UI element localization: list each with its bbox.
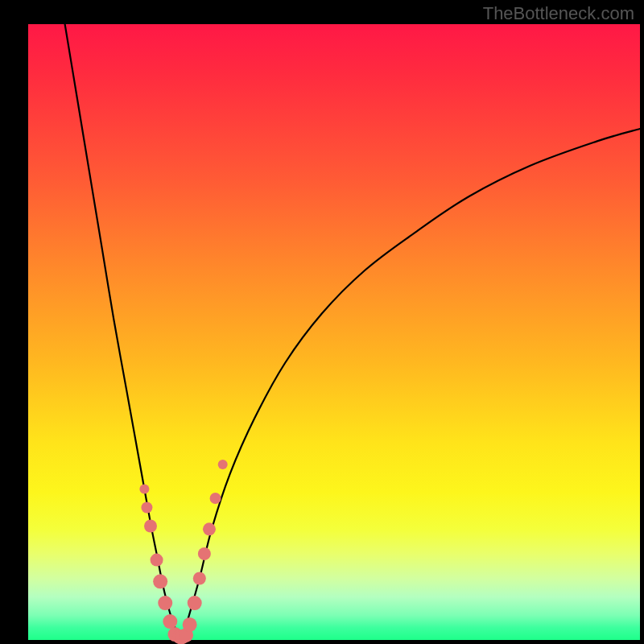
- curve-overlay: [28, 24, 640, 640]
- chart-container: TheBottleneck.com: [0, 0, 644, 644]
- dots-group: [139, 460, 227, 644]
- data-dot: [163, 614, 177, 629]
- data-dot: [144, 519, 157, 532]
- data-dot: [188, 596, 202, 610]
- data-dot: [158, 596, 172, 610]
- data-dot: [203, 522, 216, 535]
- left-curve: [65, 24, 181, 640]
- data-dot: [193, 572, 206, 585]
- watermark-text: TheBottleneck.com: [483, 3, 634, 24]
- right-curve: [181, 129, 640, 640]
- data-dot: [153, 574, 167, 588]
- data-dot: [218, 460, 228, 469]
- data-dot: [183, 617, 197, 632]
- data-dot: [141, 502, 152, 514]
- data-dot: [210, 493, 221, 504]
- data-dot: [198, 547, 211, 560]
- data-dot: [139, 485, 149, 494]
- plot-area: [28, 24, 640, 640]
- data-dot: [151, 554, 163, 567]
